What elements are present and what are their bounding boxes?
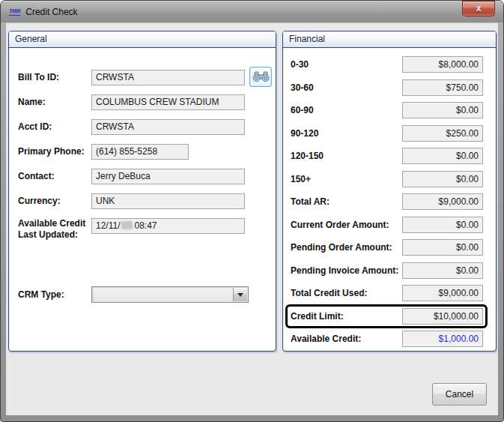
name-label: Name: <box>18 97 93 108</box>
bill-to-id-row: Bill To ID: CRWSTA <box>9 69 276 85</box>
aging-60-90-row: 60-90 $0.00 <box>283 102 496 118</box>
aging-150-plus-row: 150+ $0.00 <box>283 171 496 187</box>
aging-0-30-row: 0-30 $8,000.00 <box>283 56 496 73</box>
field-label: 0-30 <box>291 59 309 70</box>
amount-field[interactable]: $0.00 <box>402 262 483 279</box>
contact-field[interactable]: Jerry DeBuca <box>91 169 245 184</box>
credit-limit-row: Credit Limit: $10,000.00 <box>283 308 496 325</box>
window-title: Credit Check <box>25 7 77 17</box>
amount-field[interactable]: $0.00 <box>402 148 483 164</box>
primary-phone-row: Primary Phone: (614) 855-5258 <box>9 143 276 160</box>
field-label: 150+ <box>291 174 311 184</box>
crm-type-label: CRM Type: <box>18 289 93 301</box>
field-label: 90-120 <box>291 128 318 139</box>
amount-field[interactable]: $9,000.00 <box>402 285 483 301</box>
close-button[interactable]: x <box>462 1 495 16</box>
contact-row: Contact: Jerry DeBuca <box>9 168 276 184</box>
financial-groupbox: Financial 0-30 $8,000.00 30-60 $750.00 6… <box>282 31 497 352</box>
amount-field[interactable]: $8,000.00 <box>402 56 483 73</box>
credit-updated-label: Available Credit Last Updated: <box>18 218 93 241</box>
currency-field[interactable]: UNK <box>91 193 245 209</box>
credit-check-dialog: TMW Credit Check x General Bill To ID: C… <box>0 0 504 422</box>
field-label: Pending Order Amount: <box>291 242 392 253</box>
general-group-header: General <box>9 31 276 48</box>
field-label: 30-60 <box>291 82 314 93</box>
bill-to-id-label: Bill To ID: <box>18 72 93 83</box>
amount-field[interactable]: $0.00 <box>402 217 483 233</box>
amount-field[interactable]: $0.00 <box>402 171 483 187</box>
lookup-button[interactable] <box>249 67 272 87</box>
amount-field[interactable]: $1,000.00 <box>402 331 483 347</box>
credit-updated-field[interactable]: 12/11/08:47 <box>91 218 245 234</box>
pending-invoice-amount-row: Pending Invoice Amount: $0.00 <box>283 262 496 279</box>
acct-id-label: Acct ID: <box>18 121 93 133</box>
field-label: 120-150 <box>291 151 324 161</box>
financial-rows: 0-30 $8,000.00 30-60 $750.00 60-90 $0.00… <box>283 56 496 347</box>
cancel-button[interactable]: Cancel <box>432 383 487 406</box>
binoculars-icon <box>252 71 270 82</box>
amount-field[interactable]: $250.00 <box>402 125 483 142</box>
total-ar-row: Total AR: $9,000.00 <box>283 193 496 210</box>
bill-to-id-field[interactable]: CRWSTA <box>91 70 245 85</box>
currency-label: Currency: <box>18 196 93 207</box>
primary-phone-field[interactable]: (614) 855-5258 <box>91 144 189 160</box>
pending-order-amount-row: Pending Order Amount: $0.00 <box>283 239 496 256</box>
field-label: Current Order Amount: <box>291 220 389 230</box>
field-label: Total Credit Used: <box>291 288 367 298</box>
title-bar[interactable]: TMW Credit Check x <box>1 1 503 22</box>
chevron-down-icon <box>237 293 243 297</box>
crm-type-dropdown[interactable] <box>91 286 249 303</box>
aging-30-60-row: 30-60 $750.00 <box>283 79 496 96</box>
available-credit-row: Available Credit: $1,000.00 <box>283 331 496 347</box>
dropdown-arrow-button[interactable] <box>233 288 247 301</box>
dialog-content: General Bill To ID: CRWSTA <box>6 22 498 415</box>
credit-updated-row: Available Credit Last Updated: 12/11/08:… <box>9 217 276 234</box>
field-label: Total AR: <box>291 196 330 207</box>
acct-id-row: Acct ID: CRWSTA <box>9 118 276 135</box>
total-credit-used-row: Total Credit Used: $9,000.00 <box>283 285 496 301</box>
primary-phone-label: Primary Phone: <box>18 146 93 157</box>
crm-type-row: CRM Type: <box>9 286 276 303</box>
aging-90-120-row: 90-120 $250.00 <box>283 125 496 142</box>
aging-120-150-row: 120-150 $0.00 <box>283 148 496 164</box>
amount-field[interactable]: $10,000.00 <box>402 308 483 325</box>
field-label: 60-90 <box>291 105 314 115</box>
field-label: Pending Invoice Amount: <box>291 265 398 276</box>
tmw-app-icon: TMW <box>9 7 20 16</box>
name-row: Name: COLUMBUS CREW STADIUM <box>9 94 276 110</box>
amount-field[interactable]: $0.00 <box>402 239 483 256</box>
redacted-year <box>121 221 133 229</box>
current-order-amount-row: Current Order Amount: $0.00 <box>283 217 496 233</box>
amount-field[interactable]: $750.00 <box>402 79 483 96</box>
financial-group-header: Financial <box>283 31 496 48</box>
field-label: Available Credit: <box>291 334 361 344</box>
amount-field[interactable]: $0.00 <box>402 102 483 118</box>
name-field[interactable]: COLUMBUS CREW STADIUM <box>91 94 245 110</box>
field-label: Credit Limit: <box>291 311 344 322</box>
amount-field[interactable]: $9,000.00 <box>402 193 483 210</box>
contact-label: Contact: <box>18 171 93 182</box>
general-groupbox: General Bill To ID: CRWSTA <box>8 31 276 352</box>
acct-id-field[interactable]: CRWSTA <box>91 119 245 135</box>
currency-row: Currency: UNK <box>9 193 276 209</box>
